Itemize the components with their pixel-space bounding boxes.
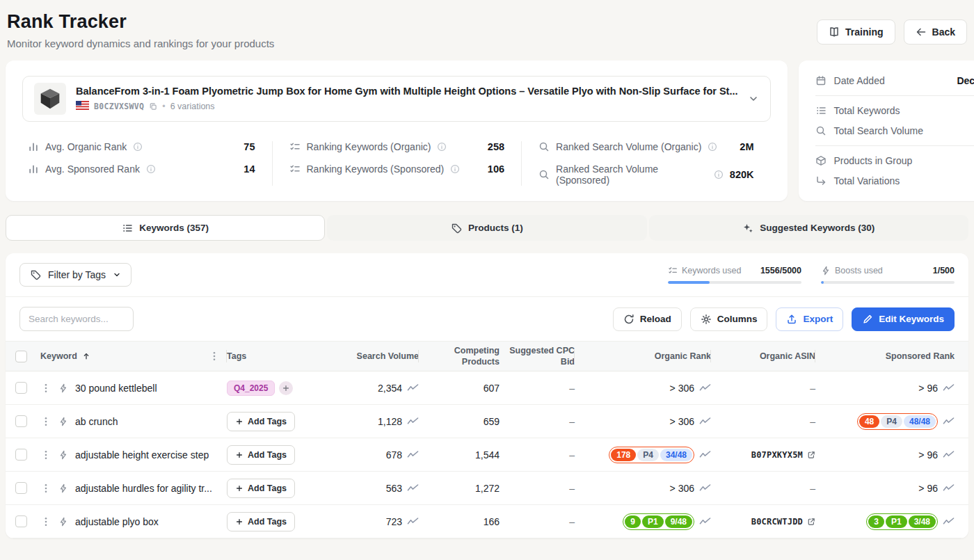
table-row: adjustable plyo boxAdd Tags723166–9P19/4… bbox=[6, 505, 968, 538]
table-row: adjustable hurdles for agility tr...Add … bbox=[6, 472, 968, 505]
trend-chart-icon[interactable] bbox=[943, 516, 955, 527]
trend-chart-icon[interactable] bbox=[943, 383, 955, 394]
product-asin: B0CZVXSWVQ bbox=[94, 102, 144, 111]
boost-bolt-icon[interactable] bbox=[58, 383, 68, 393]
competing-products-column-header: Competing Products bbox=[419, 345, 500, 368]
add-tag-button[interactable] bbox=[279, 381, 293, 395]
tab-label: Products (1) bbox=[468, 223, 523, 233]
external-link-icon[interactable] bbox=[807, 451, 815, 459]
trend-chart-icon[interactable] bbox=[407, 383, 419, 394]
trend-chart-icon[interactable] bbox=[407, 449, 419, 461]
add-tags-button[interactable]: Add Tags bbox=[227, 445, 295, 465]
row-checkbox[interactable] bbox=[15, 515, 27, 527]
search-input[interactable] bbox=[19, 307, 134, 331]
back-button[interactable]: Back bbox=[904, 19, 967, 45]
add-tags-button[interactable]: Add Tags bbox=[227, 512, 295, 531]
bolt-icon bbox=[821, 266, 831, 275]
info-icon[interactable] bbox=[133, 142, 143, 152]
tab-keywords[interactable]: Keywords (357) bbox=[6, 215, 325, 241]
edit-keywords-button[interactable]: Edit Keywords bbox=[852, 307, 955, 331]
divider bbox=[815, 145, 974, 146]
trend-chart-icon[interactable] bbox=[943, 416, 955, 427]
rank-page: P4 bbox=[637, 449, 659, 461]
back-label: Back bbox=[932, 26, 955, 38]
trend-chart-icon[interactable] bbox=[699, 483, 711, 494]
info-icon[interactable] bbox=[450, 164, 460, 174]
select-all-checkbox[interactable] bbox=[15, 351, 27, 362]
info-icon[interactable] bbox=[437, 142, 447, 152]
columns-button[interactable]: Columns bbox=[690, 307, 768, 331]
trend-chart-icon[interactable] bbox=[407, 516, 419, 527]
product-info: BalanceFrom 3-in-1 Foam Plyometric Jump … bbox=[76, 86, 738, 112]
boost-bolt-icon[interactable] bbox=[58, 517, 68, 527]
rank-value: 9 bbox=[625, 515, 641, 528]
row-menu-button[interactable] bbox=[40, 516, 58, 527]
column-menu-icon[interactable] bbox=[209, 351, 227, 362]
export-button[interactable]: Export bbox=[776, 307, 843, 331]
reload-button[interactable]: Reload bbox=[613, 307, 682, 331]
row-checkbox[interactable] bbox=[15, 415, 27, 427]
keyword-column-header[interactable]: Keyword bbox=[40, 351, 227, 362]
overview-section: BalanceFrom 3-in-1 Foam Plyometric Jump … bbox=[6, 61, 968, 201]
keywords-used-value: 1556/5000 bbox=[760, 266, 801, 275]
training-button[interactable]: Training bbox=[817, 19, 895, 45]
row-checkbox[interactable] bbox=[15, 382, 27, 394]
rank-position: 9/48 bbox=[665, 515, 692, 528]
asin-value: B0CRCWTJDD bbox=[751, 517, 803, 527]
copy-icon[interactable] bbox=[149, 102, 157, 111]
trend-chart-icon[interactable] bbox=[943, 483, 955, 494]
trend-chart-icon[interactable] bbox=[407, 416, 419, 427]
external-link-icon[interactable] bbox=[807, 518, 815, 526]
row-menu-button[interactable] bbox=[40, 449, 58, 461]
row-menu-button[interactable] bbox=[40, 383, 58, 394]
boost-bolt-icon[interactable] bbox=[58, 417, 68, 426]
divider bbox=[815, 95, 974, 96]
tab-products[interactable]: Products (1) bbox=[327, 215, 646, 241]
trend-chart-icon[interactable] bbox=[699, 383, 711, 394]
filter-by-tags-button[interactable]: Filter by Tags bbox=[19, 263, 131, 287]
rank-badge[interactable]: 48P448/48 bbox=[857, 413, 938, 430]
trend-chart-icon[interactable] bbox=[699, 516, 711, 527]
rank-badge[interactable]: 3P13/48 bbox=[866, 513, 938, 530]
checkbox-cell bbox=[15, 415, 40, 427]
trend-chart-icon[interactable] bbox=[943, 449, 955, 461]
search-volume-cell: 2,354 bbox=[337, 383, 419, 394]
row-menu-button[interactable] bbox=[40, 483, 58, 494]
info-icon[interactable] bbox=[714, 170, 724, 179]
boost-bolt-icon[interactable] bbox=[58, 450, 68, 460]
rank-value: > 96 bbox=[918, 449, 938, 461]
add-tags-button[interactable]: Add Tags bbox=[227, 412, 295, 431]
row-checkbox[interactable] bbox=[15, 449, 27, 461]
page-title: Rank Tracker bbox=[7, 11, 274, 33]
rank-badge[interactable]: 9P19/48 bbox=[623, 513, 694, 530]
tags-cell: Add Tags bbox=[227, 512, 337, 531]
trend-chart-icon[interactable] bbox=[407, 483, 419, 494]
keyword-table-body: 30 pound kettlebellQ4_20252,354607–> 306… bbox=[6, 371, 968, 538]
summary-label: Total Search Volume bbox=[834, 125, 923, 136]
stat-ranking-keywords-organic: Ranking Keywords (Organic) 258 bbox=[289, 141, 505, 152]
tab-suggested-keywords[interactable]: Suggested Keywords (30) bbox=[649, 215, 968, 241]
row-menu-button[interactable] bbox=[40, 416, 58, 427]
add-tags-button[interactable]: Add Tags bbox=[227, 479, 295, 498]
boost-bolt-icon[interactable] bbox=[58, 483, 68, 493]
bar-chart-icon bbox=[28, 163, 39, 175]
row-checkbox[interactable] bbox=[15, 482, 27, 494]
trend-chart-icon[interactable] bbox=[699, 449, 711, 461]
trend-chart-icon[interactable] bbox=[699, 416, 711, 427]
tag-badge[interactable]: Q4_2025 bbox=[227, 381, 275, 396]
corner-down-right-icon bbox=[815, 175, 827, 186]
info-icon[interactable] bbox=[708, 142, 717, 152]
stat-label: Ranking Keywords (Sponsored) bbox=[307, 163, 445, 175]
info-icon[interactable] bbox=[146, 164, 156, 174]
tab-label: Suggested Keywords (30) bbox=[760, 223, 875, 233]
product-selector[interactable]: BalanceFrom 3-in-1 Foam Plyometric Jump … bbox=[22, 76, 771, 122]
checklist-icon bbox=[668, 266, 678, 275]
rank-badge[interactable]: 178P434/48 bbox=[609, 447, 694, 463]
organic-rank-cell: > 306 bbox=[575, 383, 711, 394]
sort-asc-icon bbox=[82, 352, 90, 360]
empty-value: – bbox=[810, 383, 815, 394]
training-label: Training bbox=[845, 26, 883, 38]
chevron-down-icon[interactable] bbox=[748, 93, 759, 104]
list-icon bbox=[815, 105, 827, 116]
keywords-used-label: Keywords used bbox=[682, 266, 741, 275]
